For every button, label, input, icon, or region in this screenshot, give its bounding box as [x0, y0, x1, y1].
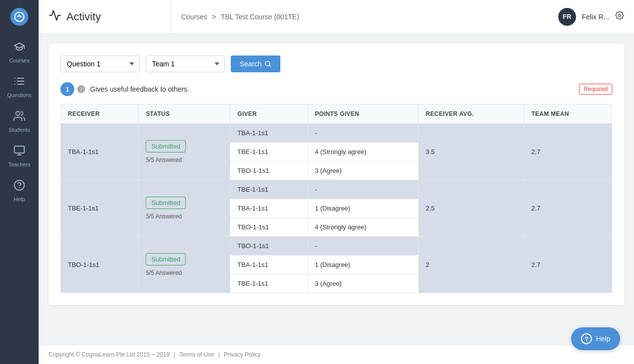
receiver-cell: TBE-1-1s1	[61, 180, 139, 237]
th-avg: RECEIVER AVG.	[419, 104, 524, 124]
help-fab-icon: ?	[581, 333, 592, 344]
sidebar-students-label: Students	[8, 127, 30, 133]
points-cell: -	[308, 180, 419, 199]
sidebar-item-help[interactable]: Help	[0, 172, 39, 207]
privacy-link[interactable]: Privacy Policy	[224, 351, 261, 358]
user-area: FR Felix R...	[558, 8, 634, 26]
th-giver: GIVER	[230, 104, 308, 124]
points-cell: 1 (Disagree)	[308, 256, 419, 274]
logo-icon	[10, 8, 28, 26]
help-fab[interactable]: ? Help	[571, 327, 620, 350]
user-name: Felix R...	[582, 13, 609, 21]
main-wrapper: Activity Courses > TBL Test Course (001T…	[39, 0, 634, 364]
table-body: TBA-1-1s1Submitted5/5 AnsweredTBA-1-1s1-…	[61, 124, 612, 293]
teachers-icon	[13, 145, 25, 159]
avatar: FR	[558, 8, 576, 26]
brand-area: Activity	[39, 0, 171, 33]
giver-cell: TBE-1-1s1	[230, 274, 308, 293]
sidebar-nav: Courses Questions Studen	[0, 34, 39, 364]
svg-point-14	[619, 14, 621, 17]
breadcrumb-separator: >	[212, 13, 216, 21]
giver-cell: TBA-1-1s1	[230, 256, 308, 274]
copyright: Copyright © CognaLearn Pte Ltd 2015 ~ 20…	[49, 351, 170, 358]
footer-sep1: |	[174, 351, 175, 358]
footer-sep2: |	[218, 351, 220, 358]
points-cell: 3 (Agree)	[308, 161, 419, 180]
svg-line-16	[269, 65, 271, 67]
points-cell: 3 (Agree)	[308, 274, 419, 293]
submitted-badge: Submitted	[146, 253, 186, 265]
sidebar: Courses Questions Studen	[0, 0, 39, 364]
sidebar-teachers-label: Teachers	[8, 161, 31, 167]
receiver-cell: TBO-1-1s1	[61, 237, 139, 293]
table-header: RECEIVER STATUS GIVER POINTS GIVEN RECEI…	[61, 104, 612, 124]
status-cell: Submitted5/5 Answered	[139, 237, 230, 293]
students-icon	[13, 110, 25, 125]
sidebar-help-label: Help	[14, 196, 25, 202]
svg-rect-9	[14, 146, 24, 153]
footer: Copyright © CognaLearn Pte Ltd 2015 ~ 20…	[39, 345, 634, 364]
sidebar-item-students[interactable]: Students	[0, 103, 39, 138]
sidebar-logo[interactable]	[0, 0, 39, 34]
info-icon: i	[77, 85, 85, 93]
sidebar-item-teachers[interactable]: Teachers	[0, 138, 39, 172]
submitted-badge: Submitted	[146, 197, 186, 209]
giver-cell: TBA-1-1s1	[230, 124, 308, 143]
giver-cell: TBO-1-1s1	[230, 161, 308, 180]
sidebar-questions-label: Questions	[7, 92, 32, 98]
th-status: STATUS	[139, 104, 230, 124]
mean-cell: 2.7	[524, 180, 612, 237]
giver-cell: TBA-1-1s1	[230, 199, 308, 218]
required-badge: Required	[579, 84, 612, 95]
points-cell: 1 (Disagree)	[308, 199, 419, 218]
filter-row: Question 1 Question 2 Question 3 Team 1 …	[60, 55, 612, 72]
settings-icon[interactable]	[615, 11, 624, 22]
mean-cell: 2.7	[524, 237, 612, 293]
search-button[interactable]: Search	[231, 55, 280, 72]
question-text: Gives useful feedback to others.	[90, 85, 574, 93]
main-card: Question 1 Question 2 Question 3 Team 1 …	[49, 44, 624, 305]
help-icon	[13, 179, 25, 194]
svg-point-0	[15, 12, 24, 21]
mean-cell: 2.7	[524, 124, 612, 180]
submitted-badge: Submitted	[146, 140, 186, 153]
sidebar-item-courses[interactable]: Courses	[0, 34, 39, 68]
status-cell: Submitted5/5 Answered	[139, 180, 230, 237]
giver-cell: TBE-1-1s1	[230, 143, 308, 161]
sidebar-item-questions[interactable]: Questions	[0, 68, 39, 103]
search-button-label: Search	[240, 60, 262, 68]
giver-cell: TBO-1-1s1	[230, 218, 308, 237]
answered-text: 5/5 Answered	[146, 269, 223, 276]
breadcrumb-current: TBL Test Course (001TE)	[221, 13, 299, 21]
question-row: 1 i Gives useful feedback to others. Req…	[60, 82, 612, 96]
brand-title: Activity	[66, 10, 101, 23]
breadcrumb: Courses > TBL Test Course (001TE)	[171, 13, 558, 21]
th-points: POINTS GIVEN	[308, 104, 419, 124]
content-area: Question 1 Question 2 Question 3 Team 1 …	[39, 34, 634, 345]
receiver-cell: TBA-1-1s1	[61, 124, 139, 180]
help-fab-label: Help	[596, 335, 610, 343]
questions-icon	[13, 75, 25, 90]
activity-icon	[49, 9, 61, 25]
search-icon	[264, 60, 271, 67]
giver-cell: TBO-1-1s1	[230, 237, 308, 256]
th-mean: TEAM MEAN	[524, 104, 612, 124]
avg-cell: 3.5	[419, 124, 524, 180]
terms-link[interactable]: Terms of Use	[179, 351, 214, 358]
team-select[interactable]: Team 1 Team 2 Team 3	[146, 55, 225, 72]
answered-text: 5/5 Answered	[146, 213, 223, 220]
points-cell: 4 (Strongly agree)	[308, 143, 419, 161]
question-select[interactable]: Question 1 Question 2 Question 3	[60, 55, 140, 72]
avg-cell: 2	[419, 237, 524, 293]
data-table: RECEIVER STATUS GIVER POINTS GIVEN RECEI…	[60, 104, 612, 293]
sidebar-courses-label: Courses	[9, 57, 30, 63]
points-cell: -	[308, 124, 419, 143]
svg-point-8	[16, 111, 20, 115]
th-receiver: RECEIVER	[61, 104, 139, 124]
top-bar: Activity Courses > TBL Test Course (001T…	[39, 0, 634, 34]
points-cell: -	[308, 237, 419, 256]
giver-cell: TBE-1-1s1	[230, 180, 308, 199]
breadcrumb-parent: Courses	[181, 13, 207, 21]
status-cell: Submitted5/5 Answered	[139, 124, 230, 180]
answered-text: 5/5 Answered	[146, 156, 223, 163]
